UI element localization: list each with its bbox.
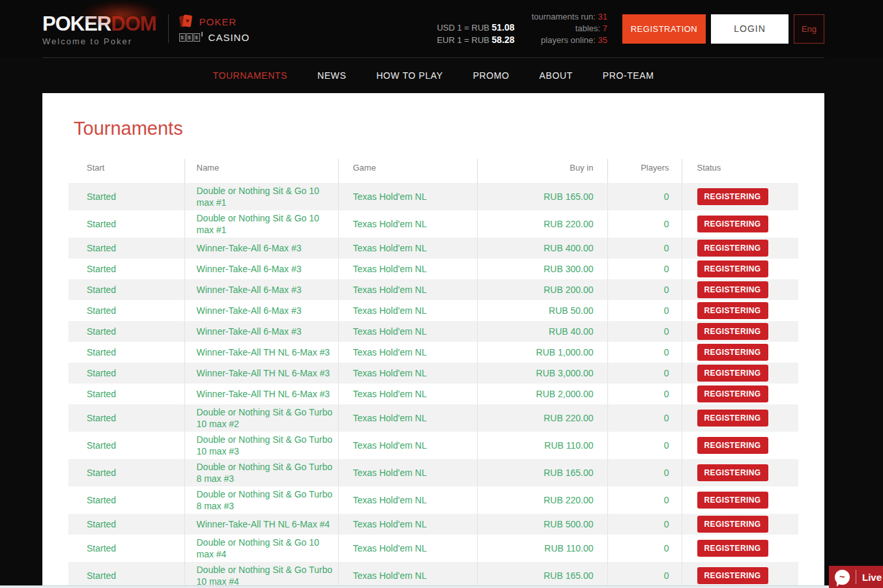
cell-status: REGISTERING xyxy=(682,562,798,588)
nav-item-about[interactable]: ABOUT xyxy=(540,70,573,81)
cell-status: REGISTERING xyxy=(682,210,798,238)
nav-item-how-to-play[interactable]: HOW TO PLAY xyxy=(376,70,442,81)
registering-button[interactable]: REGISTERING xyxy=(697,492,768,509)
table-row: StartedWinner-Take-All 6-Max #3Texas Hol… xyxy=(68,279,798,300)
poker-link[interactable]: ♥ POKER xyxy=(179,14,250,29)
cell-buyin: RUB 165.00 xyxy=(477,562,607,588)
table-row: StartedWinner-Take-All TH NL 6-Max #3Tex… xyxy=(68,363,798,384)
cell-start: Started xyxy=(68,300,184,321)
usd-rate: USD 1 = RUB 51.08 xyxy=(437,21,514,34)
cell-buyin: RUB 165.00 xyxy=(477,183,607,210)
registering-button[interactable]: REGISTERING xyxy=(697,540,768,557)
cell-status: REGISTERING xyxy=(682,300,798,321)
tournaments-table-body: StartedDouble or Nothing Sit & Go 10 max… xyxy=(68,183,798,588)
table-row: StartedDouble or Nothing Sit & Go Turbo … xyxy=(68,432,798,459)
cell-name: Winner-Take-All TH NL 6-Max #3 xyxy=(184,363,338,384)
bottom-edge-line xyxy=(0,585,829,588)
cell-players: 0 xyxy=(607,459,682,486)
site-logo[interactable]: POKERDOM Welcome to Poker xyxy=(42,12,156,46)
table-row: StartedDouble or Nothing Sit & Go Turbo … xyxy=(68,404,798,432)
cell-players: 0 xyxy=(607,321,682,342)
cell-game: Texas Hold'em NL xyxy=(338,259,477,279)
registering-button[interactable]: REGISTERING xyxy=(697,302,768,319)
cell-buyin: RUB 50.00 xyxy=(477,300,607,321)
cell-name: Double or Nothing Sit & Go 10 max #1 xyxy=(184,183,338,210)
cell-start: Started xyxy=(68,279,184,300)
casino-link[interactable]: $$$ CASINO xyxy=(179,32,250,43)
table-row: StartedDouble or Nothing Sit & Go 10 max… xyxy=(68,535,798,562)
registering-button[interactable]: REGISTERING xyxy=(697,344,768,361)
cell-players: 0 xyxy=(607,562,682,588)
registering-button[interactable]: REGISTERING xyxy=(697,516,768,533)
cell-game: Texas Hold'em NL xyxy=(338,238,477,259)
registering-button[interactable]: REGISTERING xyxy=(697,410,768,427)
registering-button[interactable]: REGISTERING xyxy=(697,365,768,382)
stat-tables: tables: 7 xyxy=(532,23,607,35)
stat-players-online: players online: 35 xyxy=(532,35,607,46)
cell-status: REGISTERING xyxy=(682,384,798,404)
login-button[interactable]: LOGIN xyxy=(711,14,789,44)
cell-start: Started xyxy=(68,321,184,342)
cell-buyin: RUB 400.00 xyxy=(477,238,607,259)
cell-game: Texas Hold'em NL xyxy=(338,562,477,588)
cell-players: 0 xyxy=(607,486,682,514)
nav-item-tournaments[interactable]: TOURNAMENTS xyxy=(213,70,287,81)
column-header-game: Game xyxy=(338,159,477,183)
registering-button[interactable]: REGISTERING xyxy=(697,216,768,232)
cell-status: REGISTERING xyxy=(682,486,798,514)
cell-buyin: RUB 300.00 xyxy=(477,259,607,279)
registering-button[interactable]: REGISTERING xyxy=(697,281,768,298)
cell-start: Started xyxy=(68,459,184,486)
registering-button[interactable]: REGISTERING xyxy=(697,567,768,584)
cell-start: Started xyxy=(68,342,184,363)
cell-status: REGISTERING xyxy=(682,342,798,363)
cell-buyin: RUB 220.00 xyxy=(477,210,607,238)
registering-button[interactable]: REGISTERING xyxy=(697,260,768,277)
cell-status: REGISTERING xyxy=(682,183,798,210)
cell-game: Texas Hold'em NL xyxy=(338,279,477,300)
poker-link-label: POKER xyxy=(199,16,237,27)
currency-rates: USD 1 = RUB 51.08 EUR 1 = RUB 58.28 xyxy=(437,21,514,46)
nav-item-promo[interactable]: PROMO xyxy=(473,70,510,81)
logo-subtitle: Welcome to Poker xyxy=(42,36,156,46)
live-chat-label: Live H xyxy=(862,572,883,583)
cell-name: Winner-Take-All 6-Max #3 xyxy=(184,238,338,259)
cell-status: REGISTERING xyxy=(682,259,798,279)
table-row: StartedWinner-Take-All 6-Max #3Texas Hol… xyxy=(68,238,798,259)
cell-game: Texas Hold'em NL xyxy=(338,404,477,432)
cell-start: Started xyxy=(68,238,184,259)
cell-start: Started xyxy=(68,384,184,404)
cell-players: 0 xyxy=(607,363,682,384)
registration-button[interactable]: REGISTRATION xyxy=(622,14,706,44)
cell-start: Started xyxy=(68,404,184,432)
nav-item-pro-team[interactable]: PRO-TEAM xyxy=(603,70,654,81)
cell-status: REGISTERING xyxy=(682,363,798,384)
cell-name: Double or Nothing Sit & Go Turbo 10 max … xyxy=(184,562,338,588)
registering-button[interactable]: REGISTERING xyxy=(697,385,768,402)
cell-buyin: RUB 3,000.00 xyxy=(477,363,607,384)
cell-name: Winner-Take-All TH NL 6-Max #3 xyxy=(184,384,338,404)
language-button[interactable]: Eng xyxy=(794,14,824,44)
cell-status: REGISTERING xyxy=(682,404,798,432)
registering-button[interactable]: REGISTERING xyxy=(697,240,768,257)
cell-buyin: RUB 165.00 xyxy=(477,459,607,486)
live-chat-widget[interactable]: ~ Live H xyxy=(829,566,883,588)
registering-button[interactable]: REGISTERING xyxy=(697,323,768,340)
cell-players: 0 xyxy=(607,210,682,238)
column-header-name: Name xyxy=(184,159,338,183)
cell-start: Started xyxy=(68,514,184,535)
nav-item-news[interactable]: NEWS xyxy=(317,70,346,81)
cell-name: Winner-Take-All TH NL 6-Max #3 xyxy=(184,342,338,363)
cell-players: 0 xyxy=(607,432,682,459)
cell-start: Started xyxy=(68,183,184,210)
cell-game: Texas Hold'em NL xyxy=(338,384,477,404)
column-header-status: Status xyxy=(682,159,798,183)
registering-button[interactable]: REGISTERING xyxy=(697,437,768,454)
registering-button[interactable]: REGISTERING xyxy=(697,188,768,205)
cell-game: Texas Hold'em NL xyxy=(338,300,477,321)
cell-players: 0 xyxy=(607,342,682,363)
cell-players: 0 xyxy=(607,279,682,300)
cell-name: Winner-Take-All 6-Max #3 xyxy=(184,300,338,321)
cell-status: REGISTERING xyxy=(682,459,798,486)
registering-button[interactable]: REGISTERING xyxy=(697,464,768,481)
